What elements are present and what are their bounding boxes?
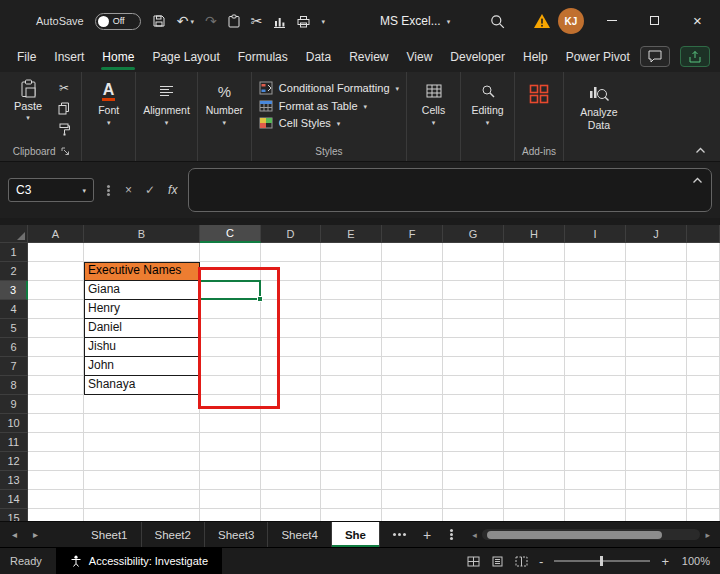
cell-A6[interactable] [28,338,84,357]
cell-F6[interactable] [382,338,443,357]
cell-D13[interactable] [261,471,321,490]
cell-B13[interactable] [84,471,200,490]
maximize-button[interactable] [650,16,659,25]
page-break-view-button[interactable] [515,556,528,567]
cell-D8[interactable] [261,376,321,395]
cell-E11[interactable] [321,433,382,452]
column-header-E[interactable]: E [321,225,382,243]
chart-qat-button[interactable] [273,15,286,28]
cell-J13[interactable] [626,471,687,490]
column-header-A[interactable]: A [28,225,84,243]
cell-G2[interactable] [443,262,504,281]
cell-E15[interactable] [321,509,382,521]
menu-tab-power-pivot[interactable]: Power Pivot [557,42,639,72]
cell-I7[interactable] [565,357,626,376]
cell-E6[interactable] [321,338,382,357]
cell-F7[interactable] [382,357,443,376]
column-header-G[interactable]: G [443,225,504,243]
cell-D5[interactable] [261,319,321,338]
cell-C6[interactable] [200,338,261,357]
cell-A15[interactable] [28,509,84,521]
sheet-options-icon[interactable] [450,533,453,536]
cell-G15[interactable] [443,509,504,521]
cell-E9[interactable] [321,395,382,414]
cell-F2[interactable] [382,262,443,281]
cell-B7[interactable]: John [84,357,200,376]
format-as-table-button[interactable]: Format as Table ▾ [259,100,367,112]
column-header-F[interactable]: F [382,225,443,243]
cell-F4[interactable] [382,300,443,319]
cell-H5[interactable] [504,319,565,338]
cell-D11[interactable] [261,433,321,452]
cell-A14[interactable] [28,490,84,509]
cell-I11[interactable] [565,433,626,452]
cell-E3[interactable] [321,281,382,300]
cell-F1[interactable] [382,243,443,262]
row-header-7[interactable]: 7 [0,357,28,376]
zoom-slider[interactable] [554,560,650,562]
select-all-corner[interactable] [0,225,28,243]
cell-E7[interactable] [321,357,382,376]
row-header-15[interactable]: 15 [0,509,28,521]
cell-G14[interactable] [443,490,504,509]
cell-I5[interactable] [565,319,626,338]
row-header-5[interactable]: 5 [0,319,28,338]
cell-F12[interactable] [382,452,443,471]
cell-F10[interactable] [382,414,443,433]
prev-sheet-button[interactable]: ◂ [12,529,17,540]
zoom-level[interactable]: 100% [680,555,710,567]
row-header-14[interactable]: 14 [0,490,28,509]
cell-G7[interactable] [443,357,504,376]
row-header-11[interactable]: 11 [0,433,28,452]
cell-B10[interactable] [84,414,200,433]
sheet-tab-sheet4[interactable]: Sheet4 [268,522,331,547]
scrollbar-thumb[interactable] [487,531,662,539]
cell-C13[interactable] [200,471,261,490]
zoom-out-button[interactable]: - [539,554,543,569]
copy-button[interactable] [54,100,74,117]
cell-B14[interactable] [84,490,200,509]
cell-B9[interactable] [84,395,200,414]
sheet-tab-sheet2[interactable]: Sheet2 [142,522,205,547]
alignment-group-button[interactable]: Alignment ▾ [136,72,198,161]
cell-G3[interactable] [443,281,504,300]
formula-input[interactable] [188,168,712,212]
cell-A9[interactable] [28,395,84,414]
cell-D15[interactable] [261,509,321,521]
cell-D6[interactable] [261,338,321,357]
cell-C3[interactable] [200,281,261,300]
clipboard-qat-button[interactable] [228,14,240,28]
scroll-right-icon[interactable]: ▸ [705,530,710,540]
cell-J7[interactable] [626,357,687,376]
row-header-6[interactable]: 6 [0,338,28,357]
cell-F5[interactable] [382,319,443,338]
cell-I9[interactable] [565,395,626,414]
cell-A1[interactable] [28,243,84,262]
cell-H3[interactable] [504,281,565,300]
cell-I15[interactable] [565,509,626,521]
close-button[interactable]: × [693,13,702,28]
avatar[interactable]: KJ [558,8,584,34]
menu-tab-developer[interactable]: Developer [441,42,514,72]
cell-F9[interactable] [382,395,443,414]
cell-D1[interactable] [261,243,321,262]
cell-A4[interactable] [28,300,84,319]
cell-E2[interactable] [321,262,382,281]
cell-I4[interactable] [565,300,626,319]
cell-I14[interactable] [565,490,626,509]
cell-I10[interactable] [565,414,626,433]
more-sheets-icon[interactable] [398,533,401,536]
cell-I8[interactable] [565,376,626,395]
addins-button[interactable] [529,76,549,104]
cell-I12[interactable] [565,452,626,471]
next-sheet-button[interactable]: ▸ [33,529,38,540]
cell-C1[interactable] [200,243,261,262]
cell-J2[interactable] [626,262,687,281]
cell-F8[interactable] [382,376,443,395]
warning-badge[interactable] [533,13,551,29]
share-button[interactable] [680,46,710,67]
cell-C2[interactable] [200,262,261,281]
confirm-entry-button[interactable]: ✓ [145,183,155,197]
cell-J3[interactable] [626,281,687,300]
cell-E8[interactable] [321,376,382,395]
